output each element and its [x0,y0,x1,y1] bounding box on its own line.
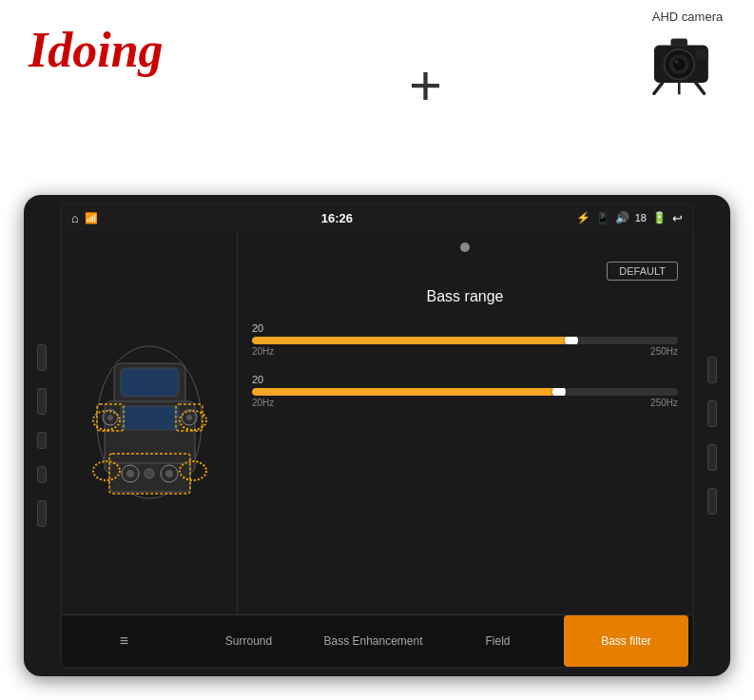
right-panel: DEFAULT Bass range 20 20Hz 250Hz [238,231,692,614]
slider-2-min: 20Hz [252,398,274,408]
bass-enhancement-label: Bass Enhancement [323,634,422,648]
car-diagram [76,330,223,515]
plus-sign: + [409,52,442,118]
slider-2-track[interactable] [252,388,678,396]
screen-content: DEFAULT Bass range 20 20Hz 250Hz [62,231,692,614]
slider-2-value: 20 [252,374,678,385]
svg-rect-15 [121,368,179,397]
field-label: Field [485,634,510,648]
home-icon[interactable]: ⌂ [71,211,79,225]
left-panel [62,231,238,614]
battery-icon: 🔋 [652,211,667,224]
svg-point-29 [126,470,134,477]
svg-point-26 [186,415,192,420]
slider-1-fill [252,337,571,344]
svg-point-23 [107,415,113,420]
svg-line-8 [654,83,663,93]
slider-2-section: 20 20Hz 250Hz [252,374,678,408]
volume-level: 18 [635,212,647,224]
slider-2-fill [252,388,559,396]
slider-2-thumb[interactable] [552,388,566,396]
slider-1-thumb[interactable] [565,337,578,344]
side-buttons-right [694,195,730,676]
tab-bar: ≡ Surround Bass Enhancement Field Bass f… [62,614,692,667]
side-buttons-left [24,195,60,676]
side-btn-r3[interactable] [707,444,717,471]
equalizer-icon: ≡ [120,632,128,650]
side-btn-r1[interactable] [707,357,717,383]
side-btn-2[interactable] [37,388,47,415]
slider-2-max: 250Hz [650,398,678,408]
camera-icon [649,29,725,95]
tab-bass-enhancement[interactable]: Bass Enhancement [311,615,435,667]
bluetooth-icon: ⚡ [576,211,590,224]
side-btn-r2[interactable] [707,400,717,427]
slider-1-value: 20 [252,322,678,334]
side-btn-1[interactable] [37,344,47,371]
status-bar: ⌂ 📶 16:26 ⚡ 📱 🔊 18 🔋 ↩ [62,204,692,231]
tab-surround[interactable]: Surround [186,615,311,667]
status-time: 16:26 [106,211,569,225]
brand-logo: Idoing [29,22,164,78]
bass-range-title: Bass range [252,288,678,305]
ahd-camera-area: AHD camera [649,10,725,95]
wifi-icon: 📶 [85,212,98,224]
tab-field[interactable]: Field [435,615,560,667]
back-icon[interactable]: ↩ [672,211,683,225]
surround-label: Surround [225,634,272,648]
status-icons-right: ⚡ 📱 🔊 18 🔋 ↩ [576,211,683,225]
side-btn-3[interactable] [37,432,47,449]
side-btn-4[interactable] [37,466,47,483]
svg-point-31 [165,470,173,477]
slider-1-track[interactable] [252,337,678,344]
svg-line-9 [696,83,705,93]
slider-2-labels: 20Hz 250Hz [252,398,678,408]
volume-icon[interactable]: 🔊 [615,211,629,224]
top-section: Idoing + AHD camera [0,0,754,200]
svg-rect-7 [696,49,708,60]
side-btn-5[interactable] [37,500,47,527]
ahd-label: AHD camera [652,10,723,24]
slider-1-section: 20 20Hz 250Hz [252,322,678,357]
tab-equalizer[interactable]: ≡ [62,615,186,667]
svg-rect-6 [671,39,688,48]
slider-1-max: 250Hz [650,346,678,357]
slider-1-labels: 20Hz 250Hz [252,346,678,357]
head-unit: ⌂ 📶 16:26 ⚡ 📱 🔊 18 🔋 ↩ [24,195,730,676]
sim-icon: 📱 [596,212,609,224]
default-button[interactable]: DEFAULT [607,262,678,281]
svg-rect-16 [121,406,179,430]
status-icons-left: ⌂ 📶 [71,211,98,225]
svg-point-32 [145,469,154,478]
svg-point-5 [675,60,679,64]
tab-bass-filter[interactable]: Bass filter [564,615,688,667]
bass-filter-label: Bass filter [601,634,651,648]
side-btn-r4[interactable] [707,488,717,515]
slider-1-min: 20Hz [252,346,274,357]
dot-indicator [460,243,470,252]
screen: ⌂ 📶 16:26 ⚡ 📱 🔊 18 🔋 ↩ [60,203,694,669]
